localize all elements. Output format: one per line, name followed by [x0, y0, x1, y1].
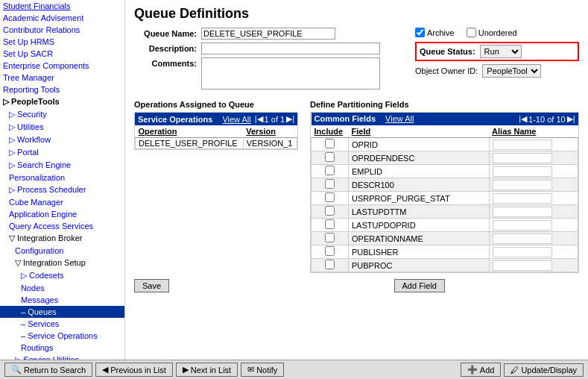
- sidebar-item-messages[interactable]: Messages: [0, 294, 124, 306]
- add-button[interactable]: ➕ Add: [461, 363, 502, 377]
- col-operation[interactable]: Operation: [136, 125, 244, 138]
- sidebar-item-setup-hrms[interactable]: Set Up HRMS: [0, 36, 124, 48]
- alias-input-5[interactable]: [493, 207, 552, 217]
- sidebar-item-integration-broker[interactable]: ▽ Integration Broker: [0, 232, 124, 245]
- sidebar-item-integration-setup[interactable]: ▽ Integration Setup: [0, 257, 124, 269]
- field-name-1: OPRDEFNDESC: [349, 151, 490, 165]
- notify-button[interactable]: ✉ Notify: [241, 363, 284, 377]
- sidebar-item-setup-sacr[interactable]: Set Up SACR: [0, 48, 124, 60]
- service-operations-label: Service Operations: [138, 115, 220, 124]
- cf-first[interactable]: |◀: [519, 114, 527, 124]
- update-display-button[interactable]: 🖊 Update/Display: [504, 363, 584, 377]
- cf-view-all[interactable]: View All: [385, 114, 414, 123]
- archive-checkbox[interactable]: [415, 28, 425, 37]
- next-list-label: Next in List: [191, 366, 231, 375]
- sidebar-item-security[interactable]: ▷ Security: [0, 108, 124, 121]
- object-owner-label: Object Owner ID:: [415, 66, 478, 75]
- sidebar-item-configuration[interactable]: Configuration: [0, 245, 124, 257]
- unordered-checkbox[interactable]: [467, 28, 476, 37]
- sidebar-item-workflow[interactable]: ▷ Workflow: [0, 134, 124, 146]
- sidebar-item-services[interactable]: – Services: [0, 318, 124, 330]
- alias-input-7[interactable]: [493, 234, 552, 244]
- table-row: OPRDEFNDESC: [312, 151, 578, 165]
- footer-toolbar: 🔍 Return to Search ◀ Previous in List ▶ …: [0, 360, 588, 379]
- sidebar-item-query-access[interactable]: Query Access Services: [0, 220, 124, 232]
- include-checkbox-9[interactable]: [325, 260, 335, 269]
- sidebar-item-utilities[interactable]: ▷ Utilities: [0, 121, 124, 134]
- sidebar-item-process-scheduler[interactable]: ▷ Process Scheduler: [0, 184, 124, 196]
- sidebar-item-student-financials[interactable]: Student Financials: [0, 0, 124, 12]
- field-name-5: LASTUPDTTM: [349, 205, 490, 219]
- sidebar-item-reporting-tools[interactable]: Reporting Tools: [0, 84, 124, 95]
- previous-list-button[interactable]: ◀ Previous in List: [95, 363, 173, 377]
- include-checkbox-7[interactable]: [325, 233, 335, 242]
- operations-nav: View All |◀ 1 of 1 ▶|: [220, 114, 294, 124]
- next-list-button[interactable]: ▶ Next in List: [176, 363, 238, 377]
- alias-input-6[interactable]: [493, 220, 552, 231]
- alias-input-3[interactable]: [493, 180, 552, 190]
- alias-input-4[interactable]: [493, 193, 552, 204]
- sidebar-item-tree-manager[interactable]: Tree Manager: [0, 72, 124, 84]
- sidebar-item-academic-advisement[interactable]: Academic Advisement: [0, 12, 124, 24]
- alias-input-1[interactable]: [493, 153, 552, 163]
- operations-table-header: Service Operations View All |◀ 1 of 1 ▶|: [135, 113, 297, 125]
- next-icon: ▶: [183, 365, 189, 375]
- sidebar-item-routings[interactable]: Routings: [0, 342, 124, 354]
- sidebar-item-contributor-relations[interactable]: Contributor Relations: [0, 24, 124, 36]
- table-row: EMPLID: [312, 165, 578, 178]
- sidebar-item-cube-manager[interactable]: Cube Manager: [0, 196, 124, 208]
- table-row: OPRID: [312, 138, 578, 151]
- include-checkbox-1[interactable]: [325, 152, 335, 162]
- table-row: PUBLISHER: [312, 245, 578, 259]
- sidebar-item-enterprise-components[interactable]: Enterprise Components: [0, 60, 124, 72]
- alias-input-0[interactable]: [493, 140, 552, 150]
- include-checkbox-3[interactable]: [325, 179, 335, 189]
- sidebar-item-search-engine[interactable]: ▷ Search Engine: [0, 159, 124, 172]
- return-search-icon: 🔍: [11, 365, 22, 375]
- sidebar-item-peopletools[interactable]: ▷ PeopleTools: [0, 95, 124, 108]
- col-version[interactable]: Version: [243, 125, 297, 138]
- object-owner-select[interactable]: PeopleTool: [482, 64, 541, 78]
- cf-last[interactable]: ▶|: [567, 114, 575, 124]
- sidebar-item-portal[interactable]: ▷ Portal: [0, 146, 124, 159]
- include-checkbox-0[interactable]: [325, 139, 335, 148]
- queue-name-input[interactable]: [201, 28, 335, 40]
- sidebar-item-app-engine[interactable]: Application Engine: [0, 208, 124, 220]
- include-checkbox-5[interactable]: [325, 206, 335, 216]
- include-checkbox-2[interactable]: [325, 166, 335, 175]
- include-checkbox-8[interactable]: [325, 246, 335, 256]
- ops-last[interactable]: ▶|: [286, 114, 294, 124]
- add-field-button[interactable]: Add Field: [394, 279, 445, 292]
- sidebar-item-personalization[interactable]: Personalization: [0, 172, 124, 184]
- table-row: DELETE_USER_PROFILE VERSION_1: [136, 138, 297, 149]
- queue-name-label: Queue Name:: [134, 28, 201, 38]
- include-checkbox-4[interactable]: [325, 192, 335, 202]
- ops-nav-text: 1 of 1: [265, 115, 285, 124]
- comments-textarea[interactable]: [201, 57, 380, 90]
- ops-view-all[interactable]: View All: [222, 115, 250, 124]
- unordered-label: Unordered: [478, 28, 517, 37]
- alias-input-2[interactable]: [493, 166, 552, 177]
- alias-input-8[interactable]: [493, 247, 552, 257]
- save-button[interactable]: Save: [134, 279, 169, 292]
- col-field: Field: [349, 125, 490, 138]
- operations-table: Operation Version DELETE_USER_PROFILE VE…: [135, 125, 297, 149]
- update-display-label: Update/Display: [521, 366, 577, 375]
- queue-status-select[interactable]: Run Pause Stop: [480, 45, 522, 58]
- sidebar-item-service-utilities[interactable]: ▷ Service Utilities: [0, 354, 124, 360]
- include-checkbox-6[interactable]: [325, 219, 335, 229]
- return-search-button[interactable]: 🔍 Return to Search: [4, 363, 92, 377]
- ops-first[interactable]: |◀: [255, 114, 263, 124]
- field-name-4: USRPROF_PURGE_STAT: [349, 192, 490, 205]
- sidebar-item-service-operations-sub[interactable]: – Service Operations: [0, 330, 124, 342]
- archive-label: Archive: [427, 28, 455, 37]
- sidebar-item-queues[interactable]: – Queues: [0, 306, 124, 318]
- operations-title: Operations Assigned to Queue: [134, 100, 298, 109]
- field-name-6: LASTUPDOPRID: [349, 219, 490, 232]
- sidebar-item-codesets[interactable]: ▷ Codesets: [0, 269, 124, 282]
- alias-input-9[interactable]: [493, 260, 552, 271]
- description-input[interactable]: [201, 43, 380, 54]
- comments-label: Comments:: [134, 57, 201, 68]
- sidebar-item-nodes[interactable]: Nodes: [0, 282, 124, 294]
- table-row: OPERATIONNAME: [312, 232, 578, 245]
